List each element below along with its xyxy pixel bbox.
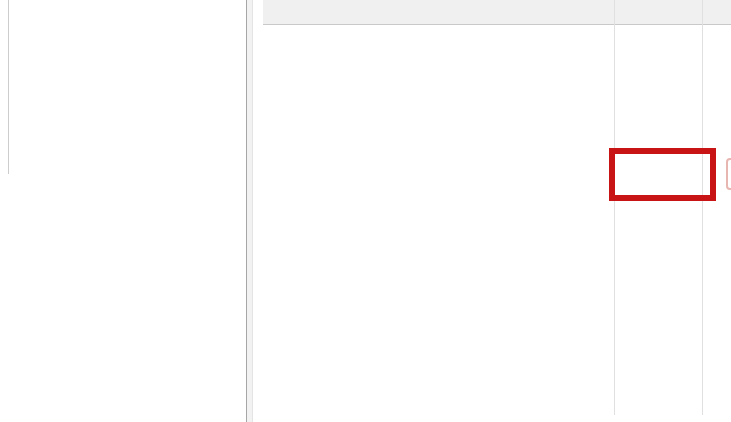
annotation-box — [609, 148, 716, 201]
table-header — [263, 0, 731, 25]
sidebar-left-border — [8, 0, 9, 174]
panel-splitter[interactable] — [246, 0, 253, 422]
ps-pl-configuration-screen — [0, 0, 731, 422]
clipped-element-right-edge — [726, 158, 731, 190]
column-divider — [702, 0, 703, 415]
column-divider — [614, 0, 615, 415]
configuration-sidebar — [0, 0, 246, 422]
ps-pl-interface-tree-table — [263, 0, 731, 422]
